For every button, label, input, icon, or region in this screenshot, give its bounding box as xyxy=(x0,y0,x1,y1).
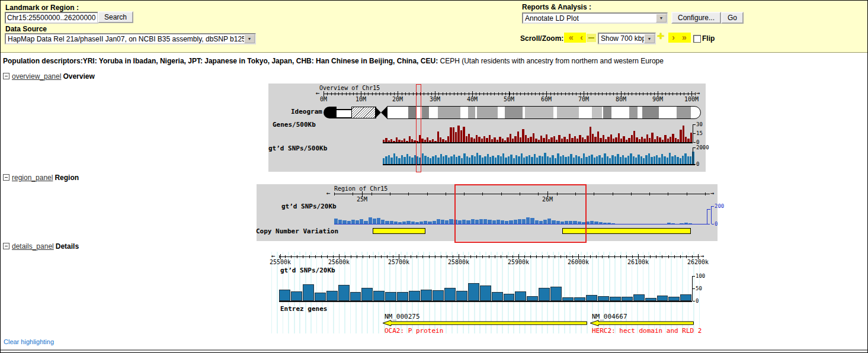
zoom-in-button[interactable]: + xyxy=(657,30,664,42)
overview-panel-link[interactable]: overview_panel xyxy=(12,72,61,81)
data-source-select[interactable]: HapMap Data Rel 21a/phaseII Jan07, on NC… xyxy=(5,33,256,44)
histogram-bar xyxy=(434,141,436,142)
ruler-tick-label: 0M xyxy=(320,96,327,102)
histogram-bar xyxy=(338,220,342,224)
ruler-left-arrow-icon: ← xyxy=(316,89,320,97)
histogram-bar xyxy=(594,137,596,142)
flip-checkbox[interactable] xyxy=(693,35,701,43)
ruler-tick-label: 30M xyxy=(430,96,440,102)
collapse-icon[interactable] xyxy=(3,73,9,79)
landmark-label: Landmark or Region : xyxy=(5,4,79,12)
histogram-bar xyxy=(440,154,442,164)
ruler-tick xyxy=(632,92,632,95)
histogram-bar xyxy=(458,156,460,164)
ruler-tick-label: 10M xyxy=(355,96,366,102)
ruler-tick xyxy=(321,255,322,258)
ruler-tick xyxy=(453,255,453,258)
histogram-bar xyxy=(591,155,592,164)
histogram-bar xyxy=(476,153,478,164)
configure-button[interactable]: Configure... xyxy=(671,12,721,24)
landmark-input[interactable] xyxy=(5,12,98,24)
histogram-bar xyxy=(526,156,527,164)
ruler-tick xyxy=(636,92,636,95)
histogram-bar xyxy=(476,135,478,142)
histogram-bar xyxy=(685,137,687,142)
histogram-bar xyxy=(518,156,520,164)
gene-arrow[interactable] xyxy=(590,320,694,327)
histogram-bar xyxy=(687,156,689,164)
histogram-bar xyxy=(510,134,511,142)
ruler-left-arrow-icon: ← xyxy=(326,190,331,197)
collapse-icon[interactable] xyxy=(3,174,9,181)
scroll-right-button[interactable]: › xyxy=(668,33,678,43)
ruler-tick xyxy=(632,255,633,258)
ruler-tick xyxy=(614,255,615,258)
reports-select[interactable]: Annotate LD Plot ▼ xyxy=(522,12,668,24)
scroll-zoom-label: Scroll/Zoom: xyxy=(520,34,563,43)
ruler-tick xyxy=(357,255,357,258)
ruler-tick xyxy=(572,255,573,258)
histogram-bar xyxy=(466,136,467,142)
chevron-down-icon: ▼ xyxy=(644,34,655,43)
snps500-track-label: gt’d SNPs/500Kb xyxy=(268,145,327,152)
collapse-icon[interactable] xyxy=(3,243,9,249)
histogram-bar xyxy=(598,296,609,301)
scroll-left-button[interactable]: ‹ xyxy=(576,33,586,43)
ruler-tick xyxy=(668,255,669,258)
go-button[interactable]: Go xyxy=(721,12,744,24)
ruler-tick xyxy=(494,92,495,95)
zoom-level-select[interactable]: Show 700 kbp ▼ xyxy=(598,33,656,44)
histogram-bar xyxy=(610,297,621,301)
histogram-bar xyxy=(390,158,392,164)
histogram-bar xyxy=(385,138,387,142)
histogram-bar xyxy=(393,153,395,164)
histogram-bar xyxy=(659,137,661,142)
histogram-bar xyxy=(690,133,692,142)
histogram-bar xyxy=(433,221,436,224)
ruler-tick xyxy=(535,92,536,95)
ruler-tick xyxy=(626,255,627,258)
histogram-bar xyxy=(590,127,591,142)
ruler-tick xyxy=(576,92,576,95)
histogram-bar xyxy=(536,158,538,164)
histogram-bar xyxy=(620,139,622,142)
ideogram-track-label: Ideogram xyxy=(291,108,322,115)
histogram-bar xyxy=(411,158,413,164)
histogram-bar xyxy=(558,135,560,142)
details-panel-link[interactable]: details_panel xyxy=(12,242,54,251)
ruler-tick xyxy=(520,92,521,95)
search-button[interactable]: Search xyxy=(98,11,133,23)
histogram-bar xyxy=(682,156,684,164)
ruler-tick xyxy=(491,92,491,95)
scroll-far-left-button[interactable]: « xyxy=(564,33,578,43)
cnv-feature[interactable] xyxy=(373,228,425,234)
ruler-tick xyxy=(379,92,380,95)
histogram-bar xyxy=(430,158,431,164)
histogram-bar xyxy=(656,136,658,142)
zoom-out-button[interactable] xyxy=(587,34,596,42)
histogram-bar xyxy=(586,295,597,301)
histogram-bar xyxy=(502,139,504,142)
ideogram-body[interactable] xyxy=(387,106,701,119)
ruler-tick xyxy=(631,192,632,195)
histogram-bar xyxy=(594,158,595,164)
genome-browser-page: Landmark or Region : Search Data Source … xyxy=(0,0,868,353)
histogram-bar xyxy=(523,158,525,164)
histogram-bar xyxy=(615,137,617,142)
region-panel-link[interactable]: region_panel xyxy=(12,174,53,182)
zoom-level-value: Show 700 kbp xyxy=(599,34,644,43)
histogram-bar xyxy=(550,137,552,142)
scroll-far-right-button[interactable]: » xyxy=(677,33,691,43)
ruler-tick xyxy=(438,92,439,95)
histogram-bar xyxy=(385,221,389,224)
ruler-tick xyxy=(613,192,613,195)
ruler-tick xyxy=(333,255,334,258)
ruler-tick xyxy=(617,92,617,95)
histogram-bar xyxy=(581,158,582,164)
gene-arrow[interactable] xyxy=(383,320,587,327)
clear-highlighting-link[interactable]: Clear highlighting xyxy=(4,338,54,345)
overview-section-header: overview_panelOverview xyxy=(3,72,95,81)
ruler-tick-label: 26000k xyxy=(568,259,589,265)
ruler-tick xyxy=(417,255,417,258)
ruler-tick xyxy=(470,255,471,258)
